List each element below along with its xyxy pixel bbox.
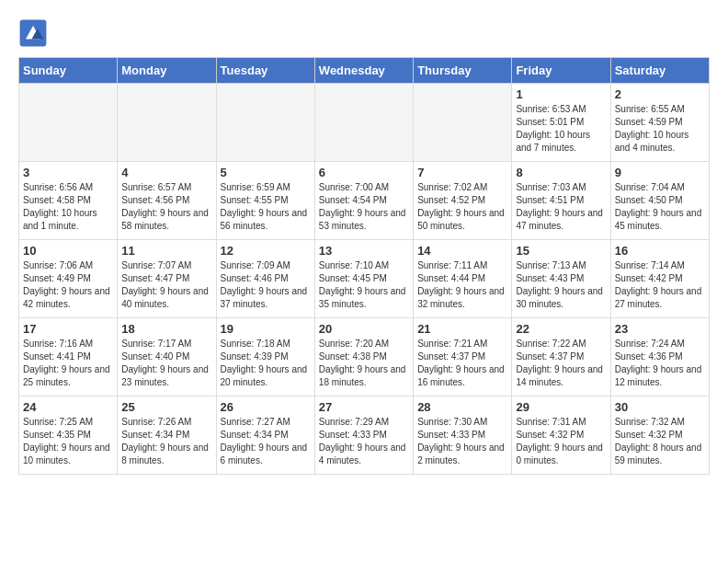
day-info: Sunrise: 6:57 AM Sunset: 4:56 PM Dayligh… bbox=[121, 181, 211, 233]
day-number: 5 bbox=[221, 166, 311, 179]
calendar-cell bbox=[19, 84, 118, 162]
day-number: 30 bbox=[615, 400, 705, 414]
calendar-cell: 11Sunrise: 7:07 AM Sunset: 4:47 PM Dayli… bbox=[118, 240, 216, 318]
calendar-cell: 4Sunrise: 6:57 AM Sunset: 4:56 PM Daylig… bbox=[118, 162, 216, 240]
day-info: Sunrise: 7:02 AM Sunset: 4:52 PM Dayligh… bbox=[417, 181, 507, 233]
calendar-cell bbox=[314, 84, 413, 162]
day-number: 29 bbox=[516, 400, 606, 414]
calendar-cell: 27Sunrise: 7:29 AM Sunset: 4:33 PM Dayli… bbox=[314, 396, 413, 475]
logo bbox=[18, 18, 51, 48]
day-number: 10 bbox=[23, 244, 113, 258]
logo-icon bbox=[18, 18, 48, 48]
day-info: Sunrise: 7:20 AM Sunset: 4:38 PM Dayligh… bbox=[319, 338, 409, 389]
day-info: Sunrise: 7:26 AM Sunset: 4:34 PM Dayligh… bbox=[121, 416, 211, 467]
calendar-cell: 25Sunrise: 7:26 AM Sunset: 4:34 PM Dayli… bbox=[118, 396, 216, 475]
day-number: 21 bbox=[417, 322, 507, 336]
day-info: Sunrise: 6:53 AM Sunset: 5:01 PM Dayligh… bbox=[516, 103, 606, 155]
calendar-cell: 16Sunrise: 7:14 AM Sunset: 4:42 PM Dayli… bbox=[610, 240, 709, 318]
day-number: 12 bbox=[221, 244, 311, 258]
day-number: 25 bbox=[121, 400, 211, 414]
column-header-sunday: Sunday bbox=[19, 58, 118, 84]
calendar-cell: 19Sunrise: 7:18 AM Sunset: 4:39 PM Dayli… bbox=[216, 318, 314, 396]
calendar-week-1: 1Sunrise: 6:53 AM Sunset: 5:01 PM Daylig… bbox=[19, 84, 710, 162]
day-number: 13 bbox=[319, 244, 409, 258]
column-header-friday: Friday bbox=[512, 58, 610, 84]
day-info: Sunrise: 7:18 AM Sunset: 4:39 PM Dayligh… bbox=[221, 338, 311, 389]
day-number: 18 bbox=[121, 322, 211, 336]
day-info: Sunrise: 7:04 AM Sunset: 4:50 PM Dayligh… bbox=[615, 181, 705, 233]
day-number: 16 bbox=[615, 244, 705, 258]
calendar-cell: 9Sunrise: 7:04 AM Sunset: 4:50 PM Daylig… bbox=[610, 162, 709, 240]
calendar-cell: 21Sunrise: 7:21 AM Sunset: 4:37 PM Dayli… bbox=[414, 318, 512, 396]
day-number: 3 bbox=[23, 166, 113, 179]
calendar-cell: 28Sunrise: 7:30 AM Sunset: 4:33 PM Dayli… bbox=[414, 396, 512, 475]
calendar-cell: 8Sunrise: 7:03 AM Sunset: 4:51 PM Daylig… bbox=[512, 162, 610, 240]
day-number: 2 bbox=[615, 87, 705, 101]
column-header-tuesday: Tuesday bbox=[216, 58, 314, 84]
day-info: Sunrise: 7:03 AM Sunset: 4:51 PM Dayligh… bbox=[516, 181, 606, 233]
day-info: Sunrise: 7:27 AM Sunset: 4:34 PM Dayligh… bbox=[221, 416, 311, 467]
day-info: Sunrise: 6:55 AM Sunset: 4:59 PM Dayligh… bbox=[615, 103, 705, 155]
day-number: 19 bbox=[221, 322, 311, 336]
day-info: Sunrise: 7:29 AM Sunset: 4:33 PM Dayligh… bbox=[319, 416, 409, 467]
calendar-cell: 23Sunrise: 7:24 AM Sunset: 4:36 PM Dayli… bbox=[610, 318, 709, 396]
day-number: 26 bbox=[221, 400, 311, 414]
day-info: Sunrise: 7:13 AM Sunset: 4:43 PM Dayligh… bbox=[516, 259, 606, 311]
day-info: Sunrise: 7:00 AM Sunset: 4:54 PM Dayligh… bbox=[319, 181, 409, 233]
day-info: Sunrise: 7:16 AM Sunset: 4:41 PM Dayligh… bbox=[23, 338, 113, 389]
day-info: Sunrise: 7:32 AM Sunset: 4:32 PM Dayligh… bbox=[615, 416, 705, 467]
calendar-cell: 7Sunrise: 7:02 AM Sunset: 4:52 PM Daylig… bbox=[414, 162, 512, 240]
header-row: SundayMondayTuesdayWednesdayThursdayFrid… bbox=[19, 58, 710, 84]
calendar-cell: 13Sunrise: 7:10 AM Sunset: 4:45 PM Dayli… bbox=[314, 240, 413, 318]
day-number: 28 bbox=[417, 400, 507, 414]
column-header-saturday: Saturday bbox=[610, 58, 709, 84]
calendar-cell: 20Sunrise: 7:20 AM Sunset: 4:38 PM Dayli… bbox=[314, 318, 413, 396]
day-number: 8 bbox=[516, 166, 606, 179]
calendar-week-5: 24Sunrise: 7:25 AM Sunset: 4:35 PM Dayli… bbox=[19, 396, 710, 475]
calendar-cell: 15Sunrise: 7:13 AM Sunset: 4:43 PM Dayli… bbox=[512, 240, 610, 318]
calendar-week-4: 17Sunrise: 7:16 AM Sunset: 4:41 PM Dayli… bbox=[19, 318, 710, 396]
calendar-cell bbox=[216, 84, 314, 162]
calendar-cell: 14Sunrise: 7:11 AM Sunset: 4:44 PM Dayli… bbox=[414, 240, 512, 318]
page-header bbox=[18, 18, 710, 48]
calendar-cell: 1Sunrise: 6:53 AM Sunset: 5:01 PM Daylig… bbox=[512, 84, 610, 162]
day-number: 14 bbox=[417, 244, 507, 258]
calendar-cell bbox=[414, 84, 512, 162]
day-info: Sunrise: 7:24 AM Sunset: 4:36 PM Dayligh… bbox=[615, 338, 705, 389]
day-number: 7 bbox=[417, 166, 507, 179]
day-info: Sunrise: 6:56 AM Sunset: 4:58 PM Dayligh… bbox=[23, 181, 113, 233]
calendar-cell: 3Sunrise: 6:56 AM Sunset: 4:58 PM Daylig… bbox=[19, 162, 118, 240]
day-number: 4 bbox=[121, 166, 211, 179]
calendar-cell: 30Sunrise: 7:32 AM Sunset: 4:32 PM Dayli… bbox=[610, 396, 709, 475]
calendar-cell: 26Sunrise: 7:27 AM Sunset: 4:34 PM Dayli… bbox=[216, 396, 314, 475]
day-info: Sunrise: 7:06 AM Sunset: 4:49 PM Dayligh… bbox=[23, 259, 113, 311]
calendar-cell: 6Sunrise: 7:00 AM Sunset: 4:54 PM Daylig… bbox=[314, 162, 413, 240]
calendar-cell: 18Sunrise: 7:17 AM Sunset: 4:40 PM Dayli… bbox=[118, 318, 216, 396]
day-number: 6 bbox=[319, 166, 409, 179]
calendar-cell: 29Sunrise: 7:31 AM Sunset: 4:32 PM Dayli… bbox=[512, 396, 610, 475]
day-number: 22 bbox=[516, 322, 606, 336]
day-info: Sunrise: 7:10 AM Sunset: 4:45 PM Dayligh… bbox=[319, 259, 409, 311]
column-header-monday: Monday bbox=[118, 58, 216, 84]
day-info: Sunrise: 7:17 AM Sunset: 4:40 PM Dayligh… bbox=[121, 338, 211, 389]
day-info: Sunrise: 7:25 AM Sunset: 4:35 PM Dayligh… bbox=[23, 416, 113, 467]
day-info: Sunrise: 7:14 AM Sunset: 4:42 PM Dayligh… bbox=[615, 259, 705, 311]
day-info: Sunrise: 6:59 AM Sunset: 4:55 PM Dayligh… bbox=[221, 181, 311, 233]
calendar-cell: 12Sunrise: 7:09 AM Sunset: 4:46 PM Dayli… bbox=[216, 240, 314, 318]
day-number: 20 bbox=[319, 322, 409, 336]
day-number: 27 bbox=[319, 400, 409, 414]
calendar-cell: 24Sunrise: 7:25 AM Sunset: 4:35 PM Dayli… bbox=[19, 396, 118, 475]
calendar-week-2: 3Sunrise: 6:56 AM Sunset: 4:58 PM Daylig… bbox=[19, 162, 710, 240]
calendar-cell: 17Sunrise: 7:16 AM Sunset: 4:41 PM Dayli… bbox=[19, 318, 118, 396]
day-number: 1 bbox=[516, 87, 606, 101]
column-header-thursday: Thursday bbox=[414, 58, 512, 84]
calendar-cell: 5Sunrise: 6:59 AM Sunset: 4:55 PM Daylig… bbox=[216, 162, 314, 240]
day-info: Sunrise: 7:11 AM Sunset: 4:44 PM Dayligh… bbox=[417, 259, 507, 311]
day-number: 24 bbox=[23, 400, 113, 414]
column-header-wednesday: Wednesday bbox=[314, 58, 413, 84]
day-number: 17 bbox=[23, 322, 113, 336]
day-info: Sunrise: 7:31 AM Sunset: 4:32 PM Dayligh… bbox=[516, 416, 606, 467]
calendar-cell: 10Sunrise: 7:06 AM Sunset: 4:49 PM Dayli… bbox=[19, 240, 118, 318]
day-info: Sunrise: 7:21 AM Sunset: 4:37 PM Dayligh… bbox=[417, 338, 507, 389]
day-info: Sunrise: 7:30 AM Sunset: 4:33 PM Dayligh… bbox=[417, 416, 507, 467]
